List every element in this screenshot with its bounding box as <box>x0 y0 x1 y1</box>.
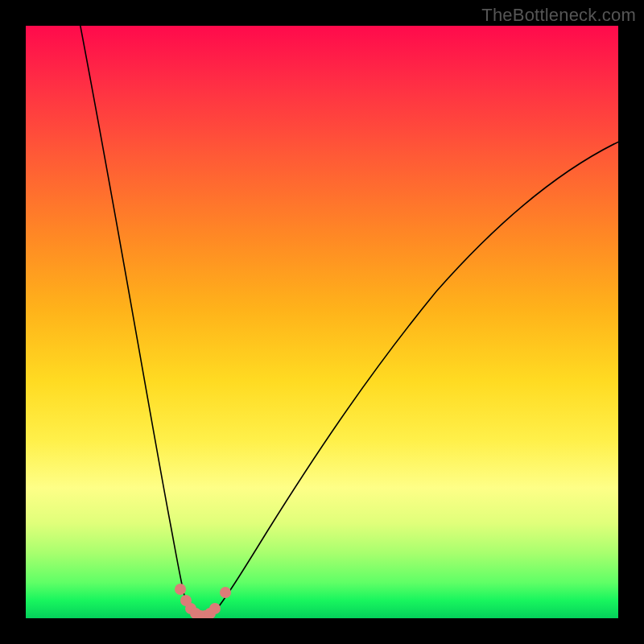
marker-dot <box>209 603 221 614</box>
curve-right-branch <box>213 138 618 613</box>
chart-frame: TheBottleneck.com <box>0 0 644 644</box>
curve-left-branch <box>77 26 191 613</box>
marker-dot <box>175 584 186 595</box>
watermark-text: TheBottleneck.com <box>481 5 636 26</box>
plot-area <box>26 26 618 618</box>
marker-dot <box>220 587 231 598</box>
bottleneck-curve-svg <box>26 26 618 618</box>
